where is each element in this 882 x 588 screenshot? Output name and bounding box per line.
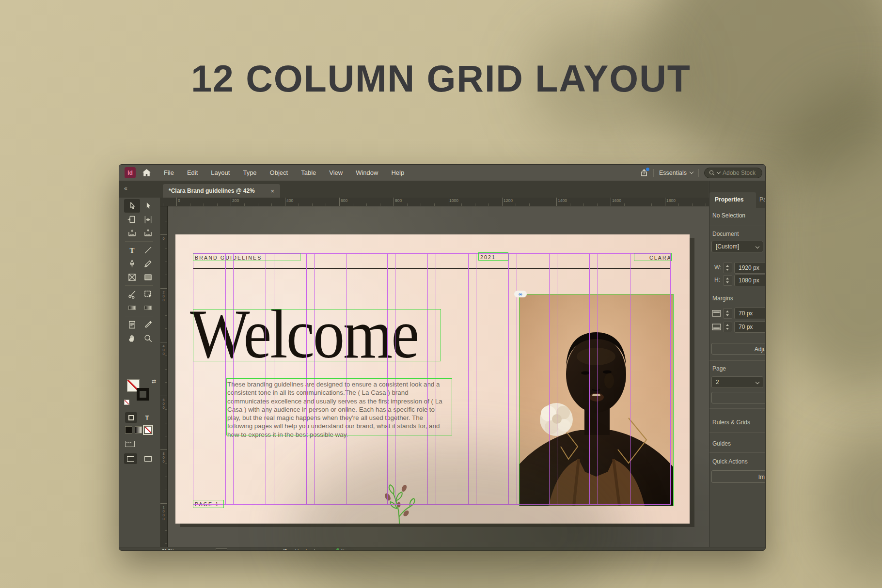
menu-item-layout[interactable]: Layout	[211, 169, 230, 176]
tool-group-divider	[124, 314, 156, 318]
tab-pages[interactable]: Pages	[759, 196, 766, 203]
share-icon[interactable]	[640, 169, 648, 177]
divider	[709, 452, 766, 453]
page-select[interactable]: 2	[711, 376, 763, 388]
model-photo[interactable]	[520, 294, 673, 506]
apply-none-button[interactable]	[144, 426, 152, 433]
column-guide	[476, 253, 509, 505]
view-options-icon[interactable]	[125, 441, 135, 447]
content-collector-tool[interactable]	[124, 226, 140, 240]
column-guide	[355, 253, 388, 505]
divider	[709, 226, 766, 226]
close-icon[interactable]: ×	[270, 187, 274, 195]
swap-fill-stroke-icon[interactable]: ⇄	[152, 378, 156, 385]
pasteboard[interactable]: BRAND GUIDELINES 2021 CLARA Welcome Thes…	[168, 206, 709, 547]
margin-top-stepper[interactable]	[723, 308, 732, 319]
document-tab-bar: « *Clara Brand guidelines @ 42% ×	[119, 181, 708, 198]
default-fill-stroke-icon[interactable]	[124, 400, 129, 405]
normal-view-button[interactable]	[124, 453, 137, 464]
plant-illustration	[381, 482, 417, 524]
home-icon[interactable]	[142, 169, 151, 176]
horizontal-ruler[interactable]: 020040060080010001200140016001800	[160, 198, 709, 206]
selection-tool[interactable]	[124, 199, 140, 213]
stroke-swatch[interactable]	[137, 388, 149, 401]
width-label: W:	[714, 264, 721, 271]
vertical-ruler[interactable]: 02004006008001000	[160, 206, 168, 547]
rectangle-tool[interactable]	[140, 270, 156, 284]
tool-group-divider	[124, 240, 156, 243]
leaf-shadow	[819, 426, 882, 581]
type-tool[interactable]: T	[124, 243, 140, 257]
gradient-feather-tool[interactable]	[140, 301, 156, 314]
margin-top-input[interactable]: 70 px	[734, 308, 766, 319]
adjust-layout-button[interactable]: Adjust Layout	[711, 343, 766, 355]
height-input[interactable]: 1080 px	[734, 275, 766, 286]
selection-status: No Selection	[712, 212, 745, 219]
menu-item-file[interactable]: File	[164, 169, 174, 176]
rulers-grids-section-label[interactable]: Rulers & Grids	[712, 419, 750, 426]
stock-search-input[interactable]: Adobe Stock	[704, 168, 762, 178]
gap-tool[interactable]	[140, 213, 156, 226]
direct-selection-tool[interactable]	[140, 199, 156, 213]
header-rule	[193, 268, 671, 269]
width-input[interactable]: 1920 px	[734, 262, 766, 274]
apply-color-row	[125, 426, 152, 433]
frame-tool[interactable]	[124, 270, 140, 284]
formatting-affects-text-button[interactable]: T	[141, 412, 153, 423]
menu-item-type[interactable]: Type	[243, 169, 256, 176]
note-tool[interactable]	[124, 318, 140, 331]
properties-panel: Properties Pages No Selection Document […	[709, 181, 766, 547]
page-tool[interactable]	[124, 213, 140, 226]
column-guide	[395, 253, 428, 505]
line-tool[interactable]	[140, 243, 156, 257]
page-section-label: Page	[712, 365, 726, 372]
zoom-tool[interactable]	[140, 331, 156, 345]
formatting-affects-container-button[interactable]	[125, 412, 137, 423]
content-placer-tool[interactable]	[140, 226, 156, 240]
margin-bottom-icon	[712, 324, 721, 330]
collapse-panel-icon[interactable]: «	[124, 185, 127, 192]
workspace-switcher[interactable]: Essentials	[659, 170, 693, 176]
tab-properties[interactable]: Properties	[709, 192, 756, 208]
margin-bottom-stepper[interactable]	[723, 322, 732, 332]
hand-tool[interactable]	[124, 331, 140, 345]
pencil-tool[interactable]	[140, 257, 156, 270]
menu-items: FileEditLayoutTypeObjectTableViewWindowH…	[164, 169, 404, 176]
document-tab[interactable]: *Clara Brand guidelines @ 42% ×	[163, 184, 280, 198]
search-icon	[709, 170, 715, 176]
menu-item-object[interactable]: Object	[270, 169, 288, 176]
panel-button[interactable]	[711, 392, 766, 403]
menu-item-table[interactable]: Table	[301, 169, 316, 176]
gradient-tool[interactable]	[124, 301, 140, 314]
free-transform-tool[interactable]	[140, 287, 156, 301]
margin-top-icon	[712, 310, 721, 317]
tool-list: T	[119, 198, 160, 345]
page-number-field: 2	[216, 548, 227, 551]
import-file-button[interactable]: Import File	[711, 470, 766, 483]
menu-item-window[interactable]: Window	[356, 169, 378, 176]
document-page[interactable]: BRAND GUIDELINES 2021 CLARA Welcome Thes…	[175, 234, 690, 524]
apply-gradient-button[interactable]	[135, 426, 142, 433]
menu-item-help[interactable]: Help	[391, 169, 404, 176]
menu-item-view[interactable]: View	[329, 169, 343, 176]
link-badge-icon[interactable]: ∞	[514, 291, 527, 297]
panel-tabs: Properties Pages	[709, 181, 766, 208]
guides-section-label[interactable]: Guides	[712, 440, 731, 447]
menu-bar: Id FileEditLayoutTypeObjectTableViewWind…	[119, 165, 765, 181]
document-preset-select[interactable]: [Custom]	[711, 241, 763, 252]
menu-item-edit[interactable]: Edit	[187, 169, 198, 176]
margin-bottom-input[interactable]: 70 px	[734, 321, 766, 333]
document-section-label: Document	[712, 231, 739, 237]
indesign-logo[interactable]: Id	[125, 167, 136, 178]
preview-view-button[interactable]	[142, 453, 155, 464]
preset-value: [Custom]	[716, 243, 739, 250]
status-dot	[336, 548, 339, 551]
pen-tool[interactable]	[124, 257, 140, 270]
divider	[709, 408, 766, 409]
height-stepper[interactable]	[723, 275, 732, 286]
width-stepper[interactable]	[723, 263, 732, 273]
divider	[709, 432, 766, 433]
eyedropper-tool[interactable]	[140, 318, 156, 331]
apply-color-button[interactable]	[125, 426, 132, 433]
scissors-tool[interactable]	[124, 287, 140, 301]
